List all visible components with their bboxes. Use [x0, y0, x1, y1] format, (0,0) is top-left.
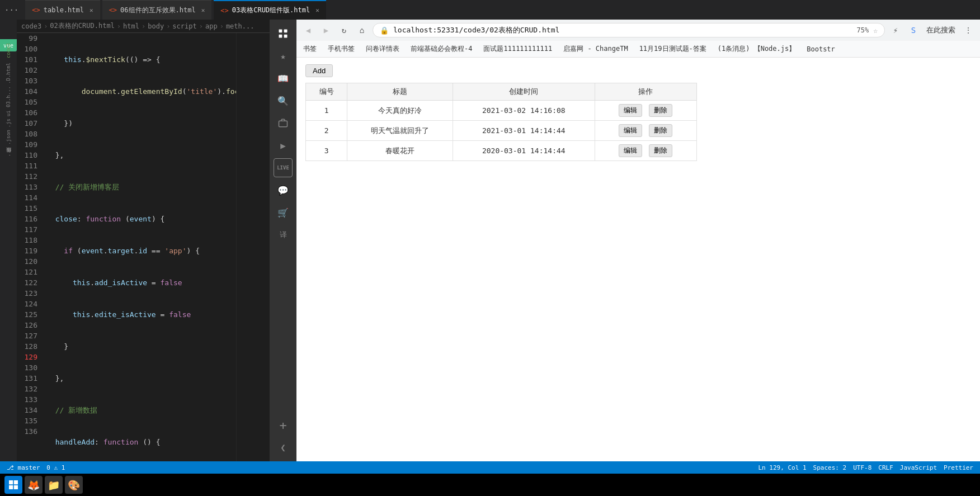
html-icon-2: <> [109, 6, 117, 14]
spaces[interactable]: Spaces: 2 [813, 464, 847, 471]
data-table: 编号 标题 创建时间 操作 1 今天真的好冷 2021-03-02 14:16:… [305, 83, 697, 161]
col-header-title: 标题 [347, 83, 453, 101]
bookmark-3[interactable]: 前端基础必会教程-4 [408, 43, 474, 55]
taskbar-start[interactable] [4, 476, 22, 494]
svg-rect-5 [9, 480, 13, 484]
delete-button-1[interactable]: 删除 [649, 104, 672, 117]
home-button[interactable]: ⌂ [355, 23, 369, 37]
add-button[interactable]: Add [305, 64, 333, 77]
cell-actions-2: 编辑 删除 [595, 121, 696, 141]
address-bar[interactable]: 🔒 localhost:52331/code3/02表格的CRUD.html 7… [373, 23, 885, 37]
svg-rect-7 [9, 485, 13, 489]
taskbar-icon-2[interactable]: 📁 [45, 476, 63, 494]
vscode-icon-cart[interactable]: 🛒 [274, 203, 293, 222]
bookmark-2[interactable]: 问卷详情表 [364, 43, 402, 55]
bookmark-4[interactable]: 面试题111111111111 [481, 43, 554, 55]
code-lines[interactable]: this.$nextTick(() => { document.getEleme… [42, 33, 236, 461]
taskbar-icon-3[interactable]: 🎨 [65, 476, 83, 494]
vscode-icon-search[interactable]: 🔍 [274, 91, 293, 110]
breadcrumb-html[interactable]: html [123, 22, 139, 30]
taskbar: 🦊 📁 🎨 [0, 474, 980, 496]
sidebar-file-4[interactable]: .js [6, 119, 11, 127]
table-row: 2 明天气温就回升了 2021-03-01 14:14:44 编辑 删除 [306, 121, 697, 141]
bookmark-star[interactable]: ☆ [873, 26, 878, 35]
back-button[interactable]: ◀ [301, 23, 315, 37]
code-line-99: this.$nextTick(() => { [46, 54, 236, 65]
breadcrumb-meth[interactable]: meth... [226, 22, 255, 30]
edit-button-1[interactable]: 编辑 [619, 104, 642, 117]
sidebar-file-6[interactable]: 组件版... [5, 148, 12, 157]
edit-button-3[interactable]: 编辑 [619, 144, 642, 157]
breadcrumb-code3[interactable]: code3 [21, 22, 41, 30]
main-content: vue code3 .D.html ui 03.h... .js .json 组… [0, 20, 980, 461]
formatter[interactable]: Prettier [944, 464, 973, 471]
col-header-actions: 操作 [595, 83, 696, 101]
delete-button-3[interactable]: 删除 [649, 144, 672, 157]
extensions-button[interactable]: ⚡ [888, 23, 903, 37]
add-panel-button[interactable]: + [274, 415, 293, 434]
tab-close-table[interactable]: ✕ [89, 7, 93, 14]
refresh-button[interactable]: ↻ [337, 23, 351, 37]
vscode-icon-live[interactable]: LIVE [274, 158, 293, 177]
cell-id-1: 1 [306, 101, 347, 121]
code-area[interactable]: 99 100 101 102 103 104 105 106 107 108 1… [17, 33, 270, 461]
delete-button-2[interactable]: 删除 [649, 124, 672, 137]
bookmark-7[interactable]: (1条消息) 【Node.js】 [715, 43, 798, 55]
vscode-icon-chat[interactable]: 💬 [274, 181, 293, 200]
breadcrumb-script[interactable]: script [172, 22, 196, 30]
tab-close-mutual[interactable]: ✕ [201, 7, 205, 14]
edit-button-2[interactable]: 编辑 [619, 124, 642, 137]
editor-panel: vue code3 .D.html ui 03.h... .js .json 组… [0, 20, 296, 461]
bookmark-5[interactable]: 启嘉网 - ChangeTM [561, 43, 630, 55]
collapse-button[interactable]: ❮ [274, 438, 293, 457]
bookmark-8[interactable]: Bootstr [804, 44, 837, 54]
svg-rect-6 [14, 480, 18, 484]
profile-button[interactable]: S [906, 23, 921, 37]
vscode-icon-star[interactable]: ★ [274, 46, 293, 65]
cell-id-2: 2 [306, 121, 347, 141]
tab-bar: ··· <> table.html ✕ <> 06组件的互斥效果.html ✕ … [0, 0, 980, 20]
tab-close-crud[interactable]: ✕ [315, 7, 319, 14]
sidebar-file-5[interactable]: .json [6, 130, 11, 145]
browser-content: Add 编号 标题 创建时间 操作 1 今天真的好冷 2021-03-02 14… [296, 58, 980, 461]
bookmark-6[interactable]: 11月19日测试题-答案 [637, 43, 709, 55]
more-button[interactable]: ⋮ [961, 23, 976, 37]
tab-crud-html[interactable]: <> 03表格CRUD组件版.html ✕ [214, 0, 326, 20]
menu-dots[interactable]: ··· [4, 6, 18, 15]
col-header-created: 创建时间 [453, 83, 595, 101]
line-ending[interactable]: CRLF [878, 464, 893, 471]
cell-title-3: 春暖花开 [347, 141, 453, 161]
vscode-icon-briefcase[interactable] [274, 114, 293, 133]
code-line-108: } [46, 341, 236, 352]
vscode-icon-translate[interactable]: 译 [274, 225, 293, 244]
cell-id-3: 3 [306, 141, 347, 161]
bookmark-1[interactable]: 手机书签 [326, 43, 357, 55]
cursor-position[interactable]: Ln 129, Col 1 [758, 464, 806, 471]
breadcrumb-app[interactable]: app [205, 22, 218, 30]
language-mode[interactable]: JavaScript [900, 464, 937, 471]
tab-table-html[interactable]: <> table.html ✕ [25, 0, 100, 20]
git-branch[interactable]: ⎇ master [7, 464, 40, 471]
vscode-icon-play[interactable]: ▶ [274, 136, 293, 155]
sidebar-file-2[interactable]: .D.html [6, 63, 11, 84]
taskbar-icon-1[interactable]: 🦊 [25, 476, 43, 494]
vscode-right-icons: ★ 📖 🔍 ▶ LIVE 💬 🛒 译 + ❮ [270, 20, 296, 461]
table-row: 3 春暖花开 2020-03-01 14:14:44 编辑 删除 [306, 141, 697, 161]
tab-label-mutual: 06组件的互斥效果.html [120, 6, 196, 15]
forward-button[interactable]: ▶ [319, 23, 333, 37]
breadcrumb-body[interactable]: body [148, 22, 164, 30]
html-icon: <> [32, 6, 40, 14]
errors-warnings[interactable]: 0 ⚠ 1 [46, 464, 65, 471]
svg-rect-2 [279, 35, 282, 38]
sidebar-file-1[interactable]: code3 [6, 43, 11, 58]
encoding[interactable]: UTF-8 [853, 464, 871, 471]
line-numbers: 99 100 101 102 103 104 105 106 107 108 1… [17, 33, 42, 461]
breadcrumb-file[interactable]: 02表格的CRUD.html [50, 21, 114, 31]
tab-mutual-html[interactable]: <> 06组件的互斥效果.html ✕ [102, 0, 212, 20]
breadcrumb: code3 › 02表格的CRUD.html › html › body › s… [17, 20, 270, 33]
vscode-icon-book[interactable]: 📖 [274, 69, 293, 88]
sidebar-file-3[interactable]: ui 03.h... [6, 86, 11, 116]
bookmark-0[interactable]: 书签 [301, 43, 319, 55]
vscode-icon-explorer[interactable] [274, 24, 293, 43]
code-line-107: this.edite_isActive = false [46, 309, 236, 320]
